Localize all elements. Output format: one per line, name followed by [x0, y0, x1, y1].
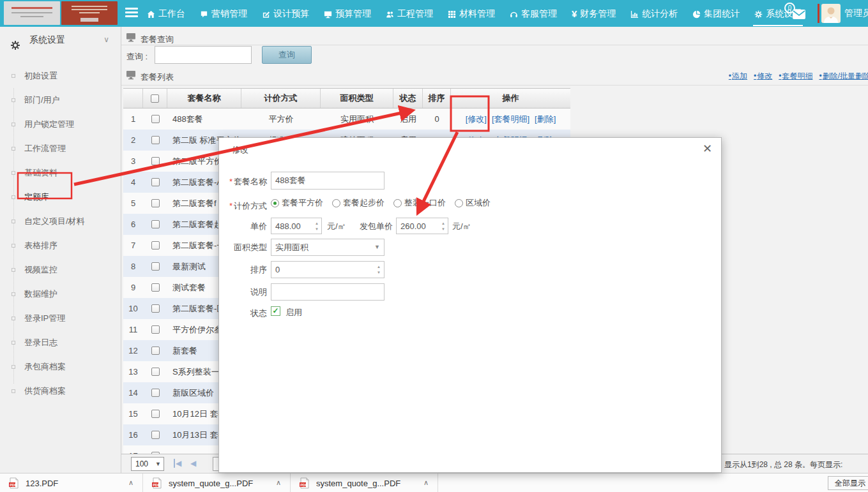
pricing-radio-4[interactable]: 区域价: [455, 197, 491, 209]
row-checkbox[interactable]: [151, 199, 160, 207]
toolbar-link-1[interactable]: 添加: [729, 71, 747, 80]
list-toolbar-links: 添加修改套餐明细删除/批量删除: [703, 71, 868, 82]
gear-icon: [10, 34, 20, 60]
sort-stepper[interactable]: ▲▼: [374, 262, 383, 278]
sidebar: 系统设置 ∨ 初始设置部门/用户用户锁定管理工作流管理基础资料定额库自定义项目/…: [0, 27, 121, 473]
modify-link[interactable]: [修改]: [466, 114, 487, 125]
contract-price-unit: 元/㎡: [452, 221, 471, 232]
row-checkbox[interactable]: [151, 431, 160, 439]
row-checkbox[interactable]: [151, 283, 160, 292]
sidebar-item-3[interactable]: 用户锁定管理: [0, 112, 121, 137]
row-checkbox[interactable]: [151, 347, 160, 355]
row-checkbox[interactable]: [151, 262, 160, 271]
row-checkbox[interactable]: [151, 157, 160, 165]
user-name[interactable]: 管理员: [844, 8, 868, 19]
sidebar-item-6[interactable]: 定额库: [0, 185, 121, 209]
sidebar-item-10[interactable]: 数据维护: [0, 282, 121, 306]
download-item-2[interactable]: PDFsystem_quote_g...PDF∧: [143, 473, 291, 492]
select-all-checkbox[interactable]: [151, 94, 159, 103]
pricing-method: 平方价: [241, 108, 321, 130]
row-checkbox[interactable]: [151, 389, 160, 397]
pagination-info: 显示从1到28 , 总 28 条。每页显示:: [724, 459, 867, 470]
row-checkbox[interactable]: [151, 368, 160, 376]
query-input[interactable]: [155, 46, 252, 64]
sidebar-header[interactable]: 系统设置 ∨: [0, 27, 121, 52]
sidebar-item-14[interactable]: 供货商档案: [0, 379, 121, 403]
nav-label: 营销管理: [211, 8, 247, 20]
row-checkbox[interactable]: [151, 178, 160, 186]
note-input[interactable]: [271, 283, 385, 301]
name-field-label: *套餐名称: [219, 176, 267, 188]
contract-price-stepper[interactable]: ▲▼: [439, 218, 448, 234]
row-checkbox[interactable]: [151, 241, 160, 250]
status: 启用: [393, 108, 423, 130]
menu-hamburger-icon[interactable]: [125, 8, 138, 18]
user-avatar[interactable]: [821, 4, 841, 23]
nav-item-headset[interactable]: 客服管理: [508, 1, 558, 26]
edit-modal: 修改 ✕ *套餐名称 *计价方式 套餐平方价套餐起步价整装一口价区域价 单价 ▲…: [218, 137, 722, 473]
row-checkbox[interactable]: [151, 115, 160, 123]
nav-item-monitor[interactable]: 预算管理: [323, 1, 372, 26]
pricing-radio-1[interactable]: 套餐平方价: [271, 197, 323, 209]
page-size-select[interactable]: 100▼: [131, 457, 164, 471]
toolbar-link-2[interactable]: 修改: [754, 71, 772, 80]
nav-item-edit[interactable]: 设计预算: [261, 1, 310, 26]
nav-item-pie[interactable]: 集团统计: [691, 1, 741, 26]
col-header-method: 计价方式: [241, 89, 321, 108]
browser-tab-thumbnail-1[interactable]: [4, 1, 60, 25]
nav-item-users[interactable]: 工程管理: [385, 1, 434, 26]
pricing-radio-3[interactable]: 整装一口价: [393, 197, 446, 209]
sidebar-item-2[interactable]: 部门/用户: [0, 88, 121, 112]
nav-item-chat[interactable]: 营销管理: [199, 1, 248, 26]
edit-icon: [262, 10, 270, 19]
query-label: 查询 :: [126, 51, 148, 63]
sidebar-item-8[interactable]: 表格排序: [0, 234, 121, 258]
sidebar-item-5[interactable]: 基础资料: [0, 161, 121, 185]
row-number: 2: [123, 130, 143, 151]
row-checkbox[interactable]: [151, 220, 160, 228]
download-item-1[interactable]: PDF123.PDF∧: [0, 473, 143, 492]
sort-input[interactable]: [271, 261, 385, 278]
sidebar-item-11[interactable]: 登录IP管理: [0, 306, 121, 331]
previous-page-button[interactable]: ◀: [190, 459, 196, 468]
row-checkbox[interactable]: [151, 304, 160, 313]
package-name-input[interactable]: [271, 172, 385, 190]
row-number: 13: [123, 361, 143, 382]
sidebar-item-1[interactable]: 初始设置: [0, 64, 121, 88]
query-button[interactable]: 查询: [262, 46, 312, 64]
home-icon: [147, 10, 155, 19]
nav-label: 财务管理: [580, 8, 616, 20]
row-checkbox[interactable]: [151, 410, 160, 418]
messages-button[interactable]: 0: [784, 3, 812, 24]
row-number: 7: [123, 235, 143, 256]
close-icon[interactable]: ✕: [703, 142, 712, 156]
row-checkbox[interactable]: [151, 325, 160, 334]
status-checkbox[interactable]: ✓: [271, 306, 280, 316]
sidebar-item-7[interactable]: 自定义项目/材料: [0, 209, 121, 234]
sidebar-item-13[interactable]: 承包商档案: [0, 355, 121, 379]
nav-item-home[interactable]: 工作台: [146, 1, 187, 26]
area-type-select[interactable]: 实用面积▼: [271, 239, 385, 256]
headset-icon: [510, 10, 518, 19]
sidebar-item-9[interactable]: 视频监控: [0, 258, 121, 282]
delete-link[interactable]: [删除]: [535, 114, 556, 125]
unit-price-stepper[interactable]: ▲▼: [312, 218, 321, 234]
nav-label: 客服管理: [521, 8, 557, 20]
sidebar-item-4[interactable]: 工作流管理: [0, 137, 121, 161]
toolbar-link-4[interactable]: 删除/批量删除: [819, 71, 868, 80]
nav-item-chart[interactable]: 统计分析: [629, 1, 679, 26]
nav-item-yen[interactable]: ¥财务管理: [570, 1, 617, 26]
nav-item-grid[interactable]: 材料管理: [446, 1, 496, 26]
monitor-icon: [324, 10, 332, 19]
tree-node-icon: [11, 268, 15, 272]
download-item-3[interactable]: PDFsystem_quote_g...PDF∧: [291, 473, 438, 492]
chart-icon: [630, 10, 639, 19]
first-page-button[interactable]: ◀: [174, 459, 181, 468]
package-detail-link[interactable]: [套餐明细]: [492, 114, 529, 125]
toolbar-link-3[interactable]: 套餐明细: [779, 71, 812, 80]
browser-tab-thumbnail-2[interactable]: [61, 1, 118, 25]
sidebar-item-12[interactable]: 登录日志: [0, 331, 121, 355]
pricing-radio-2[interactable]: 套餐起步价: [332, 197, 385, 209]
row-checkbox[interactable]: [151, 136, 160, 144]
show-all-downloads-button[interactable]: 全部显示: [828, 476, 868, 490]
